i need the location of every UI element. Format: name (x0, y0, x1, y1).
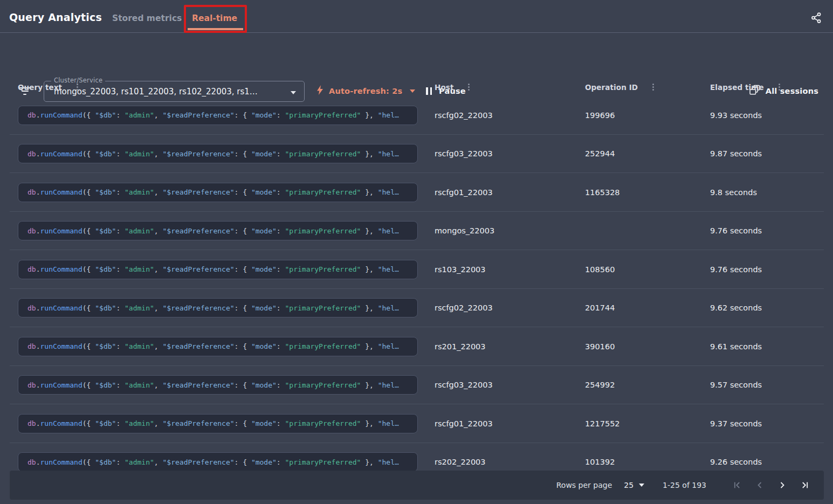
page-title: Query Analytics (9, 11, 102, 23)
operation-id-cell: 1217552 (585, 419, 710, 428)
previous-page-button[interactable] (753, 478, 767, 492)
operation-id-cell: 101392 (585, 458, 710, 466)
query-code: db.runCommand({ "$db": "admin", "$readPr… (27, 150, 399, 158)
pagination-footer: Rows per page 25 1-25 of 193 (10, 471, 824, 500)
query-text-chip[interactable]: db.runCommand({ "$db": "admin", "$readPr… (18, 337, 418, 356)
chevron-down-icon (639, 484, 644, 487)
table-row[interactable]: db.runCommand({ "$db": "admin", "$readPr… (0, 327, 833, 366)
table-row[interactable]: db.runCommand({ "$db": "admin", "$readPr… (0, 250, 833, 289)
query-code: db.runCommand({ "$db": "admin", "$readPr… (27, 381, 399, 389)
column-header-elapsed-time: Elapsed time (710, 82, 833, 92)
query-text-chip[interactable]: db.runCommand({ "$db": "admin", "$readPr… (18, 221, 418, 240)
query-code: db.runCommand({ "$db": "admin", "$readPr… (27, 458, 399, 466)
table-row[interactable]: db.runCommand({ "$db": "admin", "$readPr… (0, 289, 833, 328)
first-page-button[interactable] (730, 478, 744, 492)
table-row[interactable]: db.runCommand({ "$db": "admin", "$readPr… (0, 173, 833, 212)
table-row[interactable]: db.runCommand({ "$db": "admin", "$readPr… (0, 96, 833, 135)
host-cell: mongos_22003 (435, 226, 585, 235)
host-cell: rs202_22003 (435, 458, 585, 466)
elapsed-time-cell: 9.61 seconds (710, 342, 833, 351)
query-code: db.runCommand({ "$db": "admin", "$readPr… (27, 304, 399, 312)
query-text-chip[interactable]: db.runCommand({ "$db": "admin", "$readPr… (18, 452, 418, 472)
table-row[interactable]: db.runCommand({ "$db": "admin", "$readPr… (0, 366, 833, 405)
table-body: db.runCommand({ "$db": "admin", "$readPr… (0, 96, 833, 481)
share-icon (810, 16, 822, 26)
elapsed-time-cell: 9.76 seconds (710, 226, 833, 235)
host-cell: rscfg01_22003 (435, 188, 585, 197)
operation-id-cell: 252944 (585, 149, 710, 158)
column-menu-icon[interactable] (777, 82, 782, 92)
share-button[interactable] (810, 12, 822, 26)
operation-id-cell: 199696 (585, 111, 710, 120)
tab-stored-metrics[interactable]: Stored metrics (112, 13, 182, 23)
next-page-button[interactable] (775, 478, 789, 492)
last-page-button[interactable] (798, 478, 812, 492)
operation-id-cell: 201744 (585, 303, 710, 312)
elapsed-time-cell: 9.76 seconds (710, 265, 833, 274)
tab-real-time[interactable]: Real-time (192, 13, 237, 23)
operation-id-cell: 108560 (585, 265, 710, 274)
query-text-chip[interactable]: db.runCommand({ "$db": "admin", "$readPr… (18, 106, 418, 125)
operation-id-cell: 390160 (585, 342, 710, 351)
operation-id-cell: 254992 (585, 381, 710, 389)
table-header: Query text Host Operation ID Elapsed tim… (0, 78, 833, 96)
elapsed-time-cell: 9.37 seconds (710, 419, 833, 428)
operation-id-cell: 1165328 (585, 188, 710, 197)
host-cell: rscfg03_22003 (435, 149, 585, 158)
column-menu-icon[interactable] (466, 82, 471, 92)
table-row[interactable]: db.runCommand({ "$db": "admin", "$readPr… (0, 212, 833, 251)
column-header-operation-id: Operation ID (585, 82, 710, 92)
column-menu-icon[interactable] (651, 82, 656, 92)
query-code: db.runCommand({ "$db": "admin", "$readPr… (27, 265, 399, 273)
rows-per-page-select[interactable]: 25 (624, 481, 644, 489)
column-header-host: Host (435, 82, 585, 92)
elapsed-time-cell: 9.93 seconds (710, 111, 833, 120)
query-text-chip[interactable]: db.runCommand({ "$db": "admin", "$readPr… (18, 298, 418, 317)
rows-per-page-label: Rows per page (556, 481, 612, 489)
elapsed-time-cell: 9.26 seconds (710, 458, 833, 466)
query-text-chip[interactable]: db.runCommand({ "$db": "admin", "$readPr… (18, 144, 418, 163)
elapsed-time-cell: 9.8 seconds (710, 188, 833, 197)
column-header-query-text: Query text (18, 82, 435, 92)
table-row[interactable]: db.runCommand({ "$db": "admin", "$readPr… (0, 404, 833, 443)
host-cell: rscfg02_22003 (435, 111, 585, 120)
column-menu-icon[interactable] (75, 82, 80, 92)
rows-per-page-value: 25 (624, 481, 634, 489)
host-cell: rscfg01_22003 (435, 419, 585, 428)
query-text-chip[interactable]: db.runCommand({ "$db": "admin", "$readPr… (18, 183, 418, 202)
query-code: db.runCommand({ "$db": "admin", "$readPr… (27, 419, 399, 427)
active-tab-underline (188, 28, 243, 30)
host-cell: rscfg02_22003 (435, 303, 585, 312)
pagination-range: 1-25 of 193 (663, 481, 706, 489)
host-cell: rs201_22003 (435, 342, 585, 351)
toolbar: Cluster/Service mongos_22003, rs101_2200… (0, 33, 833, 77)
host-cell: rscfg03_22003 (435, 381, 585, 389)
pager (730, 478, 812, 492)
app-header: Query Analytics Stored metrics Real-time (0, 0, 833, 33)
query-text-chip[interactable]: db.runCommand({ "$db": "admin", "$readPr… (18, 260, 418, 279)
query-code: db.runCommand({ "$db": "admin", "$readPr… (27, 111, 399, 119)
query-code: db.runCommand({ "$db": "admin", "$readPr… (27, 188, 399, 196)
query-code: db.runCommand({ "$db": "admin", "$readPr… (27, 342, 399, 350)
elapsed-time-cell: 9.87 seconds (710, 149, 833, 158)
elapsed-time-cell: 9.57 seconds (710, 381, 833, 389)
table-row[interactable]: db.runCommand({ "$db": "admin", "$readPr… (0, 135, 833, 174)
query-code: db.runCommand({ "$db": "admin", "$readPr… (27, 227, 399, 235)
host-cell: rs103_22003 (435, 265, 585, 274)
elapsed-time-cell: 9.62 seconds (710, 303, 833, 312)
query-text-chip[interactable]: db.runCommand({ "$db": "admin", "$readPr… (18, 414, 418, 433)
query-text-chip[interactable]: db.runCommand({ "$db": "admin", "$readPr… (18, 375, 418, 395)
